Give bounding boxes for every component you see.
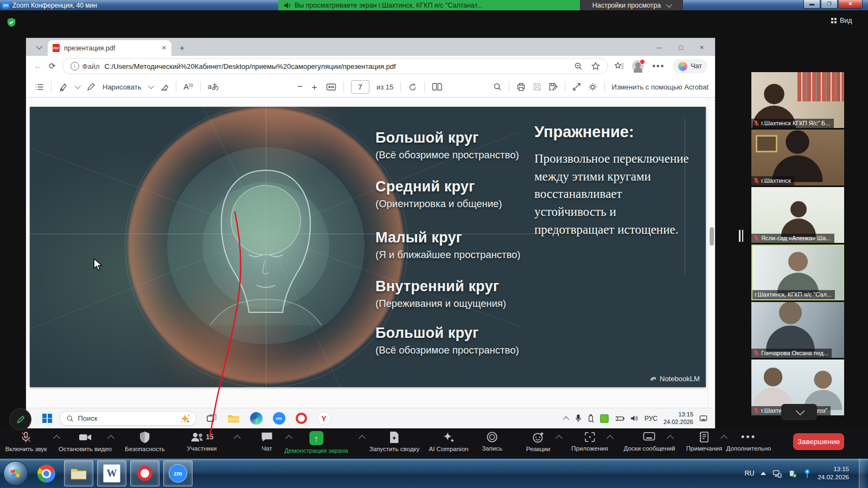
taskbar-word[interactable]: W bbox=[97, 460, 126, 486]
draw-label[interactable]: Нарисовать bbox=[103, 83, 141, 91]
sidebar-resize-handle[interactable] bbox=[739, 230, 743, 242]
participant-video-1[interactable]: г.Шахтинск КГКП Я/с" Б... bbox=[751, 72, 844, 128]
browser-close-icon[interactable]: ✕ bbox=[700, 44, 704, 50]
shared-start-icon[interactable] bbox=[42, 414, 52, 423]
highlighter-chevron-icon[interactable] bbox=[75, 83, 81, 89]
save-as-icon[interactable] bbox=[548, 82, 558, 92]
back-icon[interactable]: ← bbox=[34, 61, 42, 71]
more-button[interactable]: ••• Дополнительно bbox=[726, 431, 771, 452]
minimize-button[interactable]: ▬ bbox=[803, 0, 820, 9]
share-screen-button[interactable]: ↑ Демонстрация экрана bbox=[284, 431, 348, 454]
pdf-scrollbar-thumb[interactable] bbox=[710, 227, 714, 246]
notification-center-icon[interactable] bbox=[699, 415, 707, 422]
pdf-viewport[interactable]: Большой круг (Всё обозримое пространство… bbox=[26, 98, 715, 408]
tab-close-icon[interactable]: ✕ bbox=[162, 44, 167, 52]
chat-button[interactable]: Чат bbox=[261, 431, 273, 452]
page-number-input[interactable] bbox=[351, 80, 369, 94]
host-lang-indicator[interactable]: RU bbox=[744, 470, 754, 477]
translate-icon[interactable]: aあ bbox=[208, 82, 219, 92]
unmute-button[interactable]: Включить звук bbox=[5, 431, 47, 452]
info-icon[interactable]: i bbox=[71, 62, 79, 70]
antivirus-tray-icon[interactable] bbox=[600, 414, 609, 423]
host-clock[interactable]: 13:15 24.02.2026 bbox=[818, 465, 849, 481]
file-explorer-icon[interactable] bbox=[227, 413, 240, 423]
zoom-out-icon[interactable] bbox=[574, 62, 583, 70]
profile-avatar[interactable] bbox=[632, 60, 644, 72]
mic-tray-icon[interactable] bbox=[575, 414, 582, 422]
taskbar-opera[interactable] bbox=[130, 460, 159, 486]
page-layout-icon[interactable] bbox=[432, 82, 442, 91]
stop-video-button[interactable]: Остановить видео bbox=[59, 431, 112, 452]
zoom-app-taskbar-icon[interactable]: zm bbox=[273, 412, 285, 425]
taskbar-explorer[interactable] bbox=[64, 460, 93, 486]
collapse-thumbnails-button[interactable] bbox=[781, 404, 817, 420]
rotate-icon[interactable] bbox=[408, 82, 417, 92]
network-tray-icon[interactable] bbox=[773, 470, 782, 478]
read-aloud-icon[interactable]: A))) bbox=[183, 82, 193, 91]
shared-search-box[interactable]: Поиск bbox=[60, 411, 196, 426]
more-menu-icon[interactable]: ••• bbox=[652, 61, 665, 71]
notes-button[interactable]: Примечания bbox=[686, 431, 722, 452]
taskbar-zoom[interactable]: zm bbox=[163, 460, 193, 486]
task-view-icon[interactable] bbox=[206, 413, 217, 424]
eraser-icon[interactable] bbox=[159, 82, 169, 92]
refresh-icon[interactable]: ⟳ bbox=[49, 61, 56, 71]
battery-tray-icon[interactable] bbox=[615, 415, 624, 422]
reactions-button[interactable]: Реакции bbox=[526, 431, 550, 452]
browser-minimize-icon[interactable]: — bbox=[656, 44, 662, 50]
settings-gear-icon[interactable] bbox=[588, 82, 597, 92]
favorite-star-icon[interactable] bbox=[591, 62, 600, 70]
record-button[interactable]: Запись bbox=[482, 431, 502, 452]
summary-button[interactable]: Запустить сводку bbox=[369, 431, 420, 452]
participants-options-chevron[interactable] bbox=[234, 435, 241, 442]
pdf-scrollbar[interactable] bbox=[707, 98, 715, 408]
close-button[interactable]: ✕ bbox=[838, 0, 863, 9]
participant-video-4-active[interactable]: г.Шахтинск, КГКП я/с "Сал... bbox=[751, 245, 844, 300]
zoom-out-page-icon[interactable]: − bbox=[297, 81, 303, 92]
url-field[interactable]: i Файл C:/Users/Методический%20Кабинет/D… bbox=[62, 58, 609, 74]
usb-tray-icon[interactable] bbox=[788, 470, 797, 478]
opera-icon[interactable] bbox=[296, 413, 307, 424]
fit-width-icon[interactable] bbox=[326, 83, 336, 91]
edge-icon[interactable] bbox=[250, 412, 263, 425]
start-button[interactable] bbox=[3, 461, 28, 486]
draw-chevron-icon[interactable] bbox=[148, 83, 154, 89]
toc-icon[interactable] bbox=[35, 82, 44, 92]
participant-video-5[interactable]: Гончарова Оксана пед... bbox=[751, 302, 844, 358]
draw-pen-icon[interactable] bbox=[86, 82, 95, 92]
annotation-tool-button[interactable] bbox=[9, 408, 31, 431]
browser-restore-icon[interactable]: ▢ bbox=[678, 44, 683, 50]
browser-tab[interactable]: PDF презентация.pdf ✕ bbox=[48, 40, 171, 56]
restore-button[interactable]: ❐ bbox=[821, 0, 838, 9]
tab-search-button[interactable] bbox=[31, 41, 46, 53]
participants-button[interactable]: 15 Участники bbox=[187, 431, 217, 452]
ai-companion-button[interactable]: AI Companion bbox=[429, 431, 469, 452]
view-button[interactable]: Вид bbox=[831, 17, 852, 24]
show-desktop-button[interactable] bbox=[859, 459, 866, 488]
new-tab-button[interactable]: ＋ bbox=[178, 43, 186, 52]
shared-lang-indicator[interactable]: РУС bbox=[644, 415, 658, 422]
expand-icon[interactable] bbox=[572, 82, 581, 91]
tray-expand-icon[interactable] bbox=[563, 416, 569, 422]
print-icon[interactable] bbox=[516, 82, 526, 92]
view-settings-button[interactable]: Настройки просмотра bbox=[580, 0, 683, 10]
share-options-chevron[interactable] bbox=[359, 435, 366, 442]
whiteboards-button[interactable]: Доски сообщений bbox=[624, 431, 675, 452]
reactions-options-chevron[interactable] bbox=[556, 435, 563, 442]
apps-button[interactable]: Приложения bbox=[571, 431, 608, 452]
speaker-tray-icon[interactable] bbox=[630, 415, 639, 422]
yandex-icon[interactable]: Y bbox=[317, 412, 331, 425]
security-button[interactable]: Безопасность bbox=[125, 431, 164, 452]
zoom-in-page-icon[interactable]: ＋ bbox=[310, 81, 319, 93]
wireless-tray-icon[interactable] bbox=[803, 469, 811, 478]
participant-video-2[interactable]: г.Шахтинск bbox=[751, 130, 844, 185]
favorites-bar-icon[interactable] bbox=[615, 62, 624, 70]
participant-video-3[interactable]: Ясли-сад «Аленка» Ша... bbox=[751, 187, 844, 243]
usb-tray-icon[interactable] bbox=[588, 414, 594, 422]
highlighter-icon[interactable] bbox=[59, 82, 68, 92]
taskbar-chrome[interactable] bbox=[32, 461, 60, 486]
end-meeting-button[interactable]: Завершение bbox=[793, 433, 844, 450]
copilot-chat-button[interactable]: Чат bbox=[673, 59, 707, 73]
tray-expand-icon[interactable] bbox=[761, 472, 766, 475]
shared-clock[interactable]: 13:15 24.02.2026 bbox=[663, 411, 693, 426]
